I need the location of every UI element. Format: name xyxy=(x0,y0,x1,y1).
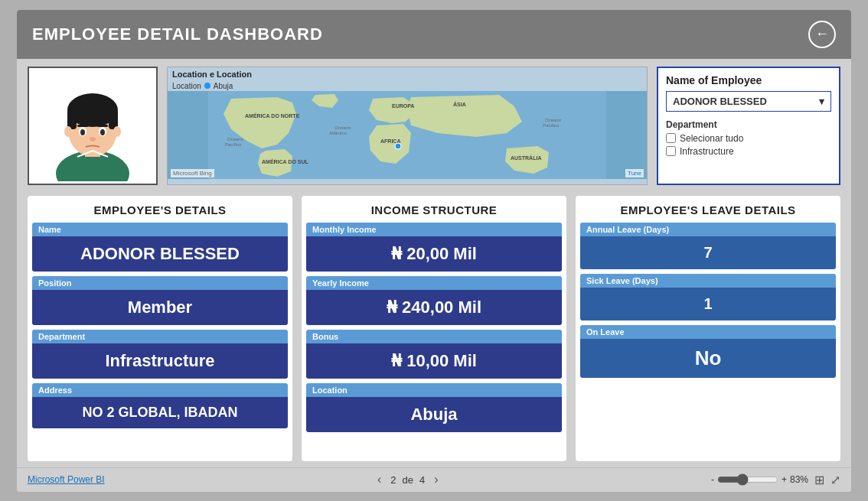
zoom-plus-icon[interactable]: + xyxy=(782,474,787,485)
zoom-control: - + 83% xyxy=(711,473,808,486)
svg-point-28 xyxy=(395,143,401,149)
bonus-label: Bonus xyxy=(306,330,562,343)
svg-text:Atlântico: Atlântico xyxy=(329,131,348,135)
employee-dept-row: Department Infrastructure xyxy=(32,330,288,379)
monthly-income-label: Monthly Income xyxy=(306,223,562,236)
svg-text:ÁSIA: ÁSIA xyxy=(453,101,466,107)
svg-point-12 xyxy=(90,137,96,142)
dept-checkbox-all[interactable] xyxy=(666,133,676,143)
employee-address-label: Address xyxy=(32,383,288,397)
dept-check-infra[interactable]: Infrastructure xyxy=(666,146,831,157)
page-de-label: de xyxy=(403,474,413,486)
cards-section: EMPLOYEE'S DETAILS Name ADONOR BLESSED P… xyxy=(17,190,851,467)
zoom-slider[interactable] xyxy=(717,473,778,486)
svg-text:AUSTRÁLIA: AUSTRÁLIA xyxy=(511,155,541,161)
sick-leave-value: 1 xyxy=(580,288,836,320)
prev-page-button[interactable]: ‹ xyxy=(374,473,384,486)
header: EMPLOYEE DETAIL DASHBOARD ← xyxy=(17,10,851,59)
svg-point-14 xyxy=(113,126,121,137)
bonus-row: Bonus ₦ 10,00 Mil xyxy=(306,330,562,379)
fit-page-icon[interactable]: ⊞ xyxy=(814,473,824,487)
powerbi-link[interactable]: Microsoft Power BI xyxy=(28,474,105,485)
dept-filter-title: Department xyxy=(666,119,831,130)
svg-text:Oceano: Oceano xyxy=(334,125,351,130)
bing-badge: Microsoft Bing xyxy=(171,169,214,177)
map-location: Abuja xyxy=(214,82,233,90)
employee-position-value: Member xyxy=(32,290,288,325)
employee-dept-label: Department xyxy=(32,330,288,343)
annual-leave-value: 7 xyxy=(580,236,836,269)
back-icon: ← xyxy=(815,26,829,42)
annual-leave-label: Annual Leave (Days) xyxy=(580,223,836,236)
svg-point-9 xyxy=(100,129,105,135)
filter-panel: Name of Employee ADONOR BLESSED ▾ Depart… xyxy=(657,67,840,185)
income-location-value: Abuja xyxy=(306,397,562,432)
employee-dept-value: Infrastructure xyxy=(32,343,288,379)
svg-text:Pacífico: Pacífico xyxy=(225,142,242,147)
next-page-button[interactable]: › xyxy=(431,473,441,486)
map-visual: AMÉRICA DO NORTE EUROPA ÁSIA AFRICA AMÉR… xyxy=(168,91,647,179)
svg-rect-10 xyxy=(77,125,88,127)
leave-header: EMPLOYEE'S LEAVE DETAILS xyxy=(576,196,840,223)
dept-checkbox-infra[interactable] xyxy=(666,146,676,156)
dept-label-infra: Infrastructure xyxy=(680,146,734,157)
employee-details-header: EMPLOYEE'S DETAILS xyxy=(28,196,292,223)
chevron-down-icon: ▾ xyxy=(819,96,824,107)
employee-name-label: Name xyxy=(32,223,288,236)
on-leave-row: On Leave No xyxy=(580,325,836,378)
employee-name-value: ADONOR BLESSED xyxy=(32,236,288,272)
annual-leave-row: Annual Leave (Days) 7 xyxy=(580,223,836,269)
monthly-income-row: Monthly Income ₦ 20,00 Mil xyxy=(306,223,562,272)
employee-position-label: Position xyxy=(32,276,288,290)
dept-label-all: Selecionar tudo xyxy=(680,133,743,144)
bonus-value: ₦ 10,00 Mil xyxy=(306,343,562,379)
svg-point-8 xyxy=(80,129,85,135)
sick-leave-row: Sick Leave (Days) 1 xyxy=(580,274,836,320)
income-location-label: Location xyxy=(306,383,562,397)
svg-text:Oceano: Oceano xyxy=(545,118,562,122)
avatar-box xyxy=(28,67,158,185)
footer-right: - + 83% ⊞ ⤢ xyxy=(711,473,840,487)
yearly-income-value: ₦ 240,00 Mil xyxy=(306,290,562,325)
back-button[interactable]: ← xyxy=(808,21,836,48)
map-dot xyxy=(204,83,210,89)
page-total: 4 xyxy=(419,474,425,486)
leave-details-card: EMPLOYEE'S LEAVE DETAILS Annual Leave (D… xyxy=(576,196,840,461)
map-svg: AMÉRICA DO NORTE EUROPA ÁSIA AFRICA AMÉR… xyxy=(168,91,647,179)
svg-text:AMÉRICA DO NORTE: AMÉRICA DO NORTE xyxy=(245,112,300,119)
footer: Microsoft Power BI ‹ 2 de 4 › - + 83% ⊞ … xyxy=(17,467,851,492)
svg-text:AMÉRICA DO SUL: AMÉRICA DO SUL xyxy=(262,158,309,164)
yearly-income-label: Yearly Income xyxy=(306,276,562,290)
employee-name-row: Name ADONOR BLESSED xyxy=(32,223,288,272)
map-title: Location e Location xyxy=(168,67,647,81)
map-sublabel-text: Location xyxy=(172,82,201,90)
svg-text:Oceano: Oceano xyxy=(227,137,244,142)
employee-details-card: EMPLOYEE'S DETAILS Name ADONOR BLESSED P… xyxy=(28,196,292,461)
page-title: EMPLOYEE DETAIL DASHBOARD xyxy=(32,24,323,44)
on-leave-label: On Leave xyxy=(580,325,836,339)
income-header: INCOME STRUCTURE xyxy=(302,196,566,223)
income-location-row: Location Abuja xyxy=(306,383,562,432)
employee-address-value: NO 2 GLOBAL, IBADAN xyxy=(32,397,288,428)
zoom-minus-icon[interactable]: - xyxy=(711,474,714,485)
page-current: 2 xyxy=(390,474,396,486)
tune-badge: Tune xyxy=(625,169,644,177)
map-sublabel: Location Abuja xyxy=(168,81,647,91)
svg-text:Pacífico: Pacífico xyxy=(543,123,560,128)
fullscreen-icon[interactable]: ⤢ xyxy=(830,473,840,487)
filter-employee-title: Name of Employee xyxy=(666,74,831,86)
employee-position-row: Position Member xyxy=(32,276,288,325)
employee-address-row: Address NO 2 GLOBAL, IBADAN xyxy=(32,383,288,428)
income-structure-card: INCOME STRUCTURE Monthly Income ₦ 20,00 … xyxy=(302,196,566,461)
dashboard: EMPLOYEE DETAIL DASHBOARD ← xyxy=(17,10,851,492)
yearly-income-row: Yearly Income ₦ 240,00 Mil xyxy=(306,276,562,325)
employee-dropdown-value: ADONOR BLESSED xyxy=(673,96,767,107)
monthly-income-value: ₦ 20,00 Mil xyxy=(306,236,562,272)
svg-point-13 xyxy=(64,126,72,137)
svg-rect-11 xyxy=(97,125,108,127)
on-leave-value: No xyxy=(580,339,836,378)
top-section: Location e Location Location Abuja xyxy=(17,59,851,190)
employee-dropdown[interactable]: ADONOR BLESSED ▾ xyxy=(666,91,831,112)
zoom-percent-label: 83% xyxy=(790,474,808,485)
dept-check-all[interactable]: Selecionar tudo xyxy=(666,133,831,144)
